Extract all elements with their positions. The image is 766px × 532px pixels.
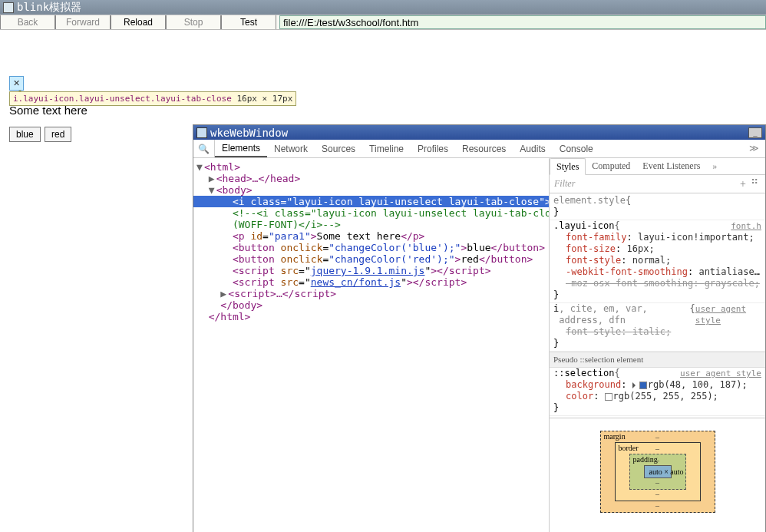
new-rule-button[interactable]: + [738,178,748,190]
reload-button[interactable]: Reload [111,15,166,29]
devtools-tabs: 🔍 Elements Network Sources Timeline Prof… [193,140,765,158]
color-picker-icon[interactable] [632,382,639,388]
tab-computed[interactable]: Computed [586,158,636,174]
app-title: blink模拟器 [17,1,81,15]
style-rules[interactable]: element.style { } .layui-icon {font.h fo… [550,193,765,418]
test-button[interactable]: Test [221,15,276,29]
tab-console[interactable]: Console [553,140,600,157]
red-button[interactable]: red [45,127,71,142]
app-icon [3,2,14,13]
app-titlebar: blink模拟器 [0,0,766,15]
tab-event-listeners[interactable]: Event Listeners [636,158,706,174]
forward-button[interactable]: Forward [55,15,111,29]
tooltip-dims: 16px × 17px [236,94,292,104]
tab-audits[interactable]: Audits [513,140,552,157]
blue-button[interactable]: blue [9,127,41,142]
tab-profiles[interactable]: Profiles [411,140,455,157]
filter-input[interactable]: Filter [554,178,738,190]
back-button[interactable]: Back [0,15,55,29]
devtools-title-icon [196,127,207,138]
tab-resources[interactable]: Resources [455,140,513,157]
page-paragraph: Some text here [9,104,87,117]
dom-selected-node[interactable]: <i class="layui-icon layui-unselect layu… [193,196,549,207]
tab-elements[interactable]: Elements [215,140,267,157]
toggle-state-button[interactable]: ⠛ [748,177,761,190]
devtools-window: wkeWebWindow _ 🔍 Elements Network Source… [193,124,766,532]
pseudo-section: Pseudo ::selection element [550,352,765,368]
tab-timeline[interactable]: Timeline [362,140,411,157]
url-field[interactable] [279,15,766,29]
devtools-title: wkeWebWindow [210,127,288,139]
stop-button[interactable]: Stop [166,15,221,29]
minimize-button[interactable]: _ [748,127,762,138]
tab-styles[interactable]: Styles [550,158,586,175]
dom-tree[interactable]: ▼<html> ▶<head>…</head> ▼<body> <i class… [193,158,550,532]
tabs-more-icon[interactable]: » [709,158,720,174]
color-swatch[interactable] [605,393,612,401]
inspect-icon[interactable]: 🔍 [193,140,215,157]
tab-sources[interactable]: Sources [315,140,362,157]
tooltip-selector: i.layui-icon.layui-unselect.layui-tab-cl… [13,94,232,104]
styles-sidebar: Styles Computed Event Listeners » Filter… [550,158,765,532]
color-swatch[interactable] [639,382,647,389]
devtools-titlebar[interactable]: wkeWebWindow _ [193,125,765,140]
tab-network[interactable]: Network [267,140,315,157]
browser-toolbar: Back Forward Reload Stop Test [0,15,766,30]
box-model: margin – border – padding – auto × auto … [550,418,765,525]
